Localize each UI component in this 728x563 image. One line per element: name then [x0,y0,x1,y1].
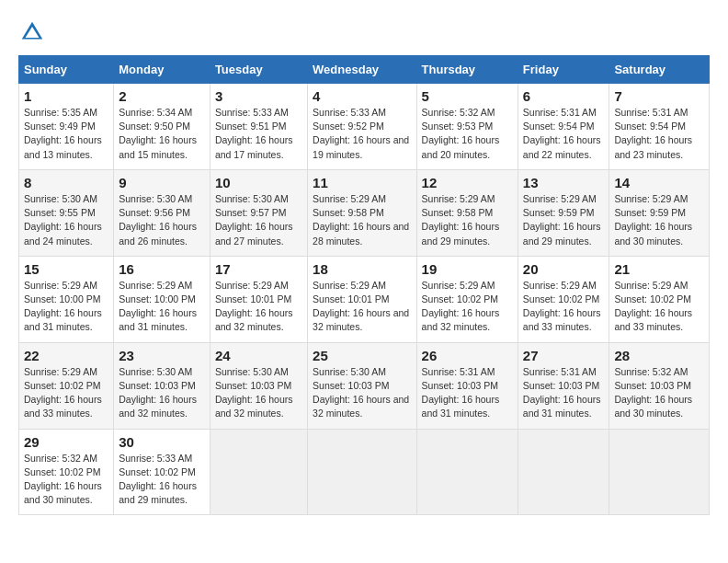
day-info: Sunrise: 5:31 AMSunset: 9:54 PMDaylight:… [614,107,692,160]
logo [18,18,50,46]
weekday-header-tuesday: Tuesday [210,56,307,84]
calendar-week-row: 15 Sunrise: 5:29 AMSunset: 10:00 PMDayli… [19,256,710,342]
calendar-cell: 23 Sunrise: 5:30 AMSunset: 10:03 PMDayli… [114,342,210,429]
calendar-table: SundayMondayTuesdayWednesdayThursdayFrid… [18,55,710,515]
calendar-cell: 13 Sunrise: 5:29 AMSunset: 9:59 PMDaylig… [518,169,609,256]
day-number: 21 [614,261,704,277]
calendar-cell: 7 Sunrise: 5:31 AMSunset: 9:54 PMDayligh… [609,84,710,170]
day-info: Sunrise: 5:29 AMSunset: 10:01 PMDaylight… [313,280,409,333]
day-number: 17 [215,261,302,277]
weekday-header-wednesday: Wednesday [308,56,416,84]
calendar-cell [210,429,307,515]
calendar-cell: 4 Sunrise: 5:33 AMSunset: 9:52 PMDayligh… [308,84,416,170]
day-number: 10 [215,175,302,190]
calendar-cell: 19 Sunrise: 5:29 AMSunset: 10:02 PMDayli… [416,256,518,342]
day-info: Sunrise: 5:29 AMSunset: 10:02 PMDaylight… [523,280,601,333]
day-number: 16 [119,261,205,277]
day-info: Sunrise: 5:29 AMSunset: 10:00 PMDaylight… [24,280,102,333]
day-number: 18 [313,261,411,277]
day-number: 20 [523,261,605,277]
day-info: Sunrise: 5:33 AMSunset: 9:52 PMDaylight:… [313,107,409,160]
day-number: 5 [422,88,513,104]
day-number: 11 [313,175,411,190]
calendar-cell: 9 Sunrise: 5:30 AMSunset: 9:56 PMDayligh… [114,169,210,256]
day-info: Sunrise: 5:32 AMSunset: 9:53 PMDaylight:… [422,107,500,160]
calendar-cell: 28 Sunrise: 5:32 AMSunset: 10:03 PMDayli… [609,342,710,429]
weekday-header-sunday: Sunday [19,56,114,84]
day-number: 4 [313,88,411,104]
day-number: 24 [215,348,302,363]
page-header [18,18,710,46]
day-info: Sunrise: 5:29 AMSunset: 10:02 PMDaylight… [614,280,692,333]
calendar-week-row: 8 Sunrise: 5:30 AMSunset: 9:55 PMDayligh… [19,169,710,256]
calendar-cell: 17 Sunrise: 5:29 AMSunset: 10:01 PMDayli… [210,256,307,342]
day-number: 9 [119,175,205,190]
day-number: 8 [24,175,108,190]
day-number: 6 [523,88,605,104]
day-number: 14 [614,175,704,190]
calendar-cell: 12 Sunrise: 5:29 AMSunset: 9:58 PMDaylig… [416,169,518,256]
day-info: Sunrise: 5:32 AMSunset: 10:03 PMDaylight… [614,366,692,419]
day-info: Sunrise: 5:31 AMSunset: 10:03 PMDaylight… [422,366,500,419]
day-info: Sunrise: 5:30 AMSunset: 10:03 PMDaylight… [215,366,293,419]
calendar-cell: 26 Sunrise: 5:31 AMSunset: 10:03 PMDayli… [416,342,518,429]
weekday-header-monday: Monday [114,56,210,84]
calendar-cell: 15 Sunrise: 5:29 AMSunset: 10:00 PMDayli… [19,256,114,342]
calendar-week-row: 22 Sunrise: 5:29 AMSunset: 10:02 PMDayli… [19,342,710,429]
logo-icon [18,18,46,46]
weekday-header-friday: Friday [518,56,609,84]
day-number: 29 [24,434,108,450]
day-info: Sunrise: 5:30 AMSunset: 9:55 PMDaylight:… [24,193,102,247]
calendar-cell: 27 Sunrise: 5:31 AMSunset: 10:03 PMDayli… [518,342,609,429]
calendar-cell [308,429,416,515]
day-number: 30 [119,434,205,450]
day-info: Sunrise: 5:29 AMSunset: 9:59 PMDaylight:… [523,193,601,247]
weekday-header-thursday: Thursday [416,56,518,84]
day-number: 13 [523,175,605,190]
day-info: Sunrise: 5:30 AMSunset: 9:56 PMDaylight:… [119,193,197,247]
day-info: Sunrise: 5:34 AMSunset: 9:50 PMDaylight:… [119,107,197,160]
calendar-cell: 24 Sunrise: 5:30 AMSunset: 10:03 PMDayli… [210,342,307,429]
calendar-cell: 25 Sunrise: 5:30 AMSunset: 10:03 PMDayli… [308,342,416,429]
day-number: 3 [215,88,302,104]
weekday-header-saturday: Saturday [609,56,710,84]
day-info: Sunrise: 5:33 AMSunset: 9:51 PMDaylight:… [215,107,293,160]
calendar-cell: 14 Sunrise: 5:29 AMSunset: 9:59 PMDaylig… [609,169,710,256]
day-info: Sunrise: 5:29 AMSunset: 10:00 PMDaylight… [119,280,197,333]
calendar-cell [416,429,518,515]
day-number: 2 [119,88,205,104]
calendar-cell: 16 Sunrise: 5:29 AMSunset: 10:00 PMDayli… [114,256,210,342]
day-number: 27 [523,348,605,363]
calendar-cell [609,429,710,515]
calendar-cell: 11 Sunrise: 5:29 AMSunset: 9:58 PMDaylig… [308,169,416,256]
day-info: Sunrise: 5:30 AMSunset: 10:03 PMDaylight… [313,366,409,419]
calendar-cell: 1 Sunrise: 5:35 AMSunset: 9:49 PMDayligh… [19,84,114,170]
calendar-cell: 18 Sunrise: 5:29 AMSunset: 10:01 PMDayli… [308,256,416,342]
calendar-cell: 29 Sunrise: 5:32 AMSunset: 10:02 PMDayli… [19,429,114,515]
calendar-cell: 3 Sunrise: 5:33 AMSunset: 9:51 PMDayligh… [210,84,307,170]
day-info: Sunrise: 5:29 AMSunset: 9:59 PMDaylight:… [614,193,692,247]
day-number: 26 [422,348,513,363]
calendar-cell: 6 Sunrise: 5:31 AMSunset: 9:54 PMDayligh… [518,84,609,170]
day-number: 15 [24,261,108,277]
day-number: 12 [422,175,513,190]
calendar-cell: 8 Sunrise: 5:30 AMSunset: 9:55 PMDayligh… [19,169,114,256]
calendar-cell: 30 Sunrise: 5:33 AMSunset: 10:02 PMDayli… [114,429,210,515]
day-number: 28 [614,348,704,363]
day-number: 23 [119,348,205,363]
calendar-cell: 10 Sunrise: 5:30 AMSunset: 9:57 PMDaylig… [210,169,307,256]
calendar-cell: 5 Sunrise: 5:32 AMSunset: 9:53 PMDayligh… [416,84,518,170]
day-info: Sunrise: 5:32 AMSunset: 10:02 PMDaylight… [24,453,102,506]
day-info: Sunrise: 5:31 AMSunset: 9:54 PMDaylight:… [523,107,601,160]
day-info: Sunrise: 5:29 AMSunset: 10:02 PMDaylight… [24,366,102,419]
day-number: 25 [313,348,411,363]
day-info: Sunrise: 5:29 AMSunset: 10:01 PMDaylight… [215,280,293,333]
day-info: Sunrise: 5:30 AMSunset: 9:57 PMDaylight:… [215,193,293,247]
calendar-cell: 21 Sunrise: 5:29 AMSunset: 10:02 PMDayli… [609,256,710,342]
day-number: 1 [24,88,108,104]
day-number: 19 [422,261,513,277]
day-info: Sunrise: 5:35 AMSunset: 9:49 PMDaylight:… [24,107,102,160]
calendar-cell: 2 Sunrise: 5:34 AMSunset: 9:50 PMDayligh… [114,84,210,170]
calendar-cell: 22 Sunrise: 5:29 AMSunset: 10:02 PMDayli… [19,342,114,429]
weekday-header-row: SundayMondayTuesdayWednesdayThursdayFrid… [19,56,710,84]
